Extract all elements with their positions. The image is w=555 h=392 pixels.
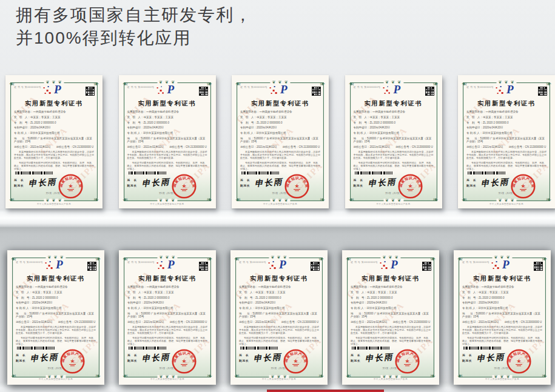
- cnipa-logo-letter: P: [393, 84, 400, 95]
- official-seal-icon: 国家知识产权局 ★: [284, 173, 310, 199]
- seal-emblem: ★: [408, 183, 412, 189]
- field-inventors: 发 明 人：张某某；李某某；王某某: [16, 291, 96, 294]
- field-inventors: 发 明 人：张某某；李某某；王某某: [127, 291, 207, 294]
- director-signature: 申长雨: [141, 351, 170, 364]
- issuer-labels: 局 长 副局长: [14, 179, 24, 190]
- director-label: 局 长: [239, 354, 249, 357]
- certificate-title: 实用新型专利证书: [119, 274, 216, 283]
- field-inventors: 发 明 人：张某某；李某某；王某某: [14, 116, 94, 119]
- director-signature: 申长雨: [28, 176, 57, 189]
- next-section-red-banner: [267, 390, 384, 392]
- certificate-boilerplate: 本实用新型经过本局依照中华人民共和国专利法进行初步审查，决定授予专利权，颁发本证…: [239, 325, 319, 347]
- field-patentee: 专 利 权 人：深圳市某某科技有限公司: [239, 307, 319, 310]
- patent-certificate[interactable]: ❧ ❧ ❧ ❧ ❦ ❦ ❦ ❦ ❦ ❦ CNIPA CNIPA CNIPA 证 …: [232, 75, 329, 208]
- certificate-paragraph: 专利证书记载专利权登记时的法律状况。专利权的转让、质押、无效、终止、恢复和专利权…: [351, 336, 431, 346]
- field-patent-number: 专 利 号：ZL 2020 2 0000000.0: [127, 296, 207, 299]
- bottom-center-ornament-icon: ❦ ❦ ❦: [157, 199, 177, 203]
- certificate-paragraph: 本实用新型经过本局依照中华人民共和国专利法进行初步审查，决定授予专利权，颁发本证…: [466, 150, 547, 160]
- official-seal-icon: 国家知识产权局 ★: [171, 348, 197, 374]
- director-label: 局 长: [354, 179, 364, 182]
- patent-certificate[interactable]: ❧ ❧ ❧ ❧ ❦ ❦ ❦ ❦ ❦ ❦ CNIPA CNIPA CNIPA 证 …: [345, 75, 442, 208]
- issuer-labels: 局 长 副局长: [351, 354, 361, 365]
- patent-certificate[interactable]: ❧ ❧ ❧ ❧ ❦ ❦ ❦ ❦ ❦ ❦ CNIPA CNIPA CNIPA 证 …: [458, 75, 555, 208]
- page-note: 第1页（共2页）: [345, 191, 442, 194]
- director-label: 局 长: [127, 179, 138, 182]
- director-signature: 申长雨: [141, 176, 170, 189]
- patent-certificate[interactable]: ❧ ❧ ❧ ❧ ❦ ❦ ❦ ❦ ❦ ❦ CNIPA CNIPA CNIPA 证 …: [230, 250, 328, 385]
- certificate-boilerplate: 本实用新型经过本局依照中华人民共和国专利法进行初步审查，决定授予专利权，颁发本证…: [14, 150, 94, 171]
- certificates-row-1: ❧ ❧ ❧ ❧ ❦ ❦ ❦ ❦ ❦ ❦ CNIPA CNIPA CNIPA 证 …: [0, 75, 555, 208]
- barcode: [241, 171, 279, 174]
- certificate-title: 实用新型专利证书: [5, 99, 103, 108]
- field-patent-number: 专 利 号：ZL 2020 2 0000000.0: [462, 296, 542, 299]
- patent-certificate[interactable]: ❧ ❧ ❧ ❧ ❦ ❦ ❦ ❦ ❦ ❦ CNIPA CNIPA CNIPA 证 …: [119, 250, 216, 385]
- certificate-number: 证 书 号 第0000000号: [127, 261, 155, 264]
- certificate-fields: 实用新型名称：一种高效节能环保处理设备 发 明 人：张某某；李某某；王某某 专 …: [16, 285, 96, 326]
- footer-note: 中华人民共和国国家知识产权局: [458, 203, 555, 205]
- field-patentee: 专 利 权 人：深圳市某某科技有限公司: [127, 131, 207, 135]
- field-patent-number: 专 利 号：ZL 2020 2 0000000.0: [351, 296, 431, 299]
- patent-certificate[interactable]: ❧ ❧ ❧ ❧ ❦ ❦ ❦ ❦ ❦ ❦ CNIPA CNIPA CNIPA 证 …: [7, 250, 104, 385]
- cnipa-logo-icon: P: [42, 85, 62, 98]
- field-inventors: 发 明 人：张某某；李某某；王某某: [239, 291, 319, 294]
- patent-certificate[interactable]: ❧ ❧ ❧ ❧ ❦ ❦ ❦ ❦ ❦ ❦ CNIPA CNIPA CNIPA 证 …: [119, 75, 216, 208]
- official-seal-icon: 国家知识产权局 ★: [59, 348, 86, 374]
- field-patent-name: 实用新型名称：一种高效节能环保处理设备: [14, 110, 94, 113]
- barcode: [240, 347, 278, 350]
- corner-ornament-icon: ❧: [320, 196, 325, 203]
- certificate-number: 证 书 号 第0000000号: [354, 85, 381, 88]
- director-signature: 申长雨: [254, 176, 283, 189]
- cnipa-logo-letter: P: [167, 84, 174, 95]
- cnipa-logo-letter: P: [54, 84, 61, 95]
- certificate-title: 实用新型专利证书: [454, 274, 551, 283]
- director-label: 局 长: [462, 354, 473, 357]
- qr-code-icon: [199, 262, 208, 271]
- barcode: [129, 171, 166, 174]
- field-patent-number: 专 利 号：ZL 2020 2 0000000.0: [14, 121, 94, 124]
- field-application-date: 专利申请日：2020年04月20日: [351, 301, 431, 304]
- certificate-title: 实用新型专利证书: [230, 274, 328, 283]
- field-patent-name: 实用新型名称：一种高效节能环保处理设备: [16, 285, 96, 288]
- page-note: 第1页（共2页）: [119, 367, 216, 370]
- certificate-paragraph: 专利证书记载专利权登记时的法律状况。专利权的转让、质押、无效、终止、恢复和专利权…: [14, 161, 94, 171]
- footer-note: 中华人民共和国国家知识产权局: [5, 203, 103, 205]
- cnipa-logo-icon: P: [268, 85, 289, 98]
- patent-certificate[interactable]: ❧ ❧ ❧ ❧ ❦ ❦ ❦ ❦ ❦ ❦ CNIPA CNIPA CNIPA 证 …: [454, 250, 551, 385]
- deputy-director-label: 副局长: [354, 185, 364, 188]
- patent-certificate[interactable]: ❧ ❧ ❧ ❧ ❦ ❦ ❦ ❦ ❦ ❦ CNIPA CNIPA CNIPA 证 …: [342, 250, 439, 385]
- certificate-boilerplate: 本实用新型经过本局依照中华人民共和国专利法进行初步审查，决定授予专利权，颁发本证…: [127, 150, 207, 171]
- certificate-number: 证 书 号 第0000000号: [351, 261, 378, 264]
- barcode: [129, 347, 166, 350]
- deputy-director-label: 副局长: [240, 185, 251, 188]
- certificate-paragraph: 专利证书记载专利权登记时的法律状况。专利权的转让、质押、无效、终止、恢复和专利权…: [240, 161, 320, 171]
- certificate-paragraph: 本实用新型经过本局依照中华人民共和国专利法进行初步审查，决定授予专利权，颁发本证…: [462, 325, 542, 335]
- director-label: 局 长: [16, 354, 26, 357]
- field-patent-name: 实用新型名称：一种高效节能环保处理设备: [351, 285, 431, 288]
- cnipa-logo-icon: P: [155, 85, 175, 98]
- footer-note: 中华人民共和国国家知识产权局: [342, 378, 439, 380]
- cnipa-logo-letter: P: [56, 259, 63, 270]
- field-inventors: 发 明 人：张某某；李某某；王某某: [351, 291, 431, 294]
- seal-emblem: ★: [516, 358, 521, 364]
- field-patent-number: 专 利 号：ZL 2020 2 0000000.0: [354, 121, 434, 124]
- seal-emblem: ★: [70, 358, 75, 364]
- director-signature: 申长雨: [476, 351, 505, 364]
- field-application-date: 专利申请日：2020年04月20日: [240, 126, 320, 129]
- field-application-date: 专利申请日：2020年04月20日: [462, 301, 542, 304]
- field-grant-publication: 授权公告日：2021年02月02日 授权公告号：CN 213000000 U: [351, 321, 431, 324]
- field-grant-publication: 授权公告日：2021年02月02日 授权公告号：CN 213000000 U: [354, 145, 434, 148]
- corner-ornament-icon: ❧: [432, 196, 438, 203]
- qr-code-icon: [425, 87, 434, 96]
- certificate-fields: 实用新型名称：一种高效节能环保处理设备 发 明 人：张某某；李某某；王某某 专 …: [354, 110, 434, 151]
- certificate-paragraph: 专利证书记载专利权登记时的法律状况。专利权的转让、质押、无效、终止、恢复和专利权…: [466, 161, 547, 171]
- patent-certificate[interactable]: ❧ ❧ ❧ ❧ ❦ ❦ ❦ ❦ ❦ ❦ CNIPA CNIPA CNIPA 证 …: [5, 75, 103, 208]
- qr-code-icon: [311, 262, 320, 271]
- field-address: 地 址：518000 广东省深圳市某某区某某街道某某大厦（某某产业园）15号: [16, 312, 96, 319]
- field-application-date: 专利申请日：2020年04月20日: [127, 301, 207, 304]
- director-signature: 申长雨: [368, 176, 397, 189]
- certificate-fields: 实用新型名称：一种高效节能环保处理设备 发 明 人：张某某；李某某；王某某 专 …: [127, 110, 207, 151]
- certificate-boilerplate: 本实用新型经过本局依照中华人民共和国专利法进行初步审查，决定授予专利权，颁发本证…: [127, 325, 207, 347]
- certificate-paragraph: 本实用新型经过本局依照中华人民共和国专利法进行初步审查，决定授予专利权，颁发本证…: [351, 325, 431, 335]
- field-patent-name: 实用新型名称：一种高效节能环保处理设备: [127, 110, 207, 113]
- issuer-labels: 局 长 副局长: [462, 354, 473, 365]
